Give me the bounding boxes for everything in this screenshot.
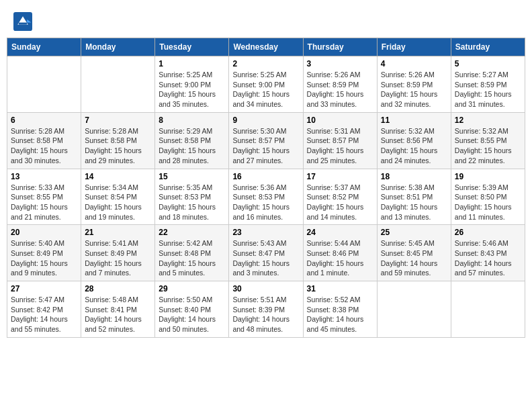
calendar-cell: 13 Sunrise: 5:33 AMSunset: 8:55 PMDaylig… bbox=[7, 169, 81, 225]
weekday-header-wednesday: Wednesday bbox=[229, 38, 303, 56]
day-info: Sunrise: 5:34 AMSunset: 8:54 PMDaylight:… bbox=[85, 183, 151, 222]
calendar-cell: 26 Sunrise: 5:46 AMSunset: 8:43 PMDaylig… bbox=[451, 225, 525, 281]
day-number: 12 bbox=[455, 116, 521, 125]
day-number: 11 bbox=[381, 116, 447, 125]
day-number: 4 bbox=[381, 59, 447, 68]
day-number: 21 bbox=[85, 228, 151, 237]
day-number: 24 bbox=[307, 228, 373, 237]
calendar-week-row: 1 Sunrise: 5:25 AMSunset: 9:00 PMDayligh… bbox=[7, 56, 525, 113]
day-number: 27 bbox=[11, 284, 77, 293]
day-info: Sunrise: 5:50 AMSunset: 8:40 PMDaylight:… bbox=[159, 295, 225, 334]
day-info: Sunrise: 5:43 AMSunset: 8:47 PMDaylight:… bbox=[232, 238, 299, 278]
day-number: 31 bbox=[307, 284, 373, 293]
page-header bbox=[7, 7, 525, 34]
calendar-cell: 19 Sunrise: 5:39 AMSunset: 8:50 PMDaylig… bbox=[451, 169, 525, 225]
svg-rect-2 bbox=[19, 23, 27, 25]
day-number: 17 bbox=[307, 172, 373, 181]
day-info: Sunrise: 5:36 AMSunset: 8:53 PMDaylight:… bbox=[232, 183, 299, 222]
calendar-cell: 20 Sunrise: 5:40 AMSunset: 8:49 PMDaylig… bbox=[7, 225, 81, 281]
weekday-header-thursday: Thursday bbox=[303, 38, 377, 56]
day-info: Sunrise: 5:25 AMSunset: 9:00 PMDaylight:… bbox=[159, 70, 225, 109]
day-number: 9 bbox=[232, 116, 299, 125]
day-number: 6 bbox=[11, 116, 77, 125]
calendar-cell: 7 Sunrise: 5:28 AMSunset: 8:58 PMDayligh… bbox=[81, 112, 155, 169]
calendar-cell: 23 Sunrise: 5:43 AMSunset: 8:47 PMDaylig… bbox=[229, 225, 303, 281]
calendar-cell: 2 Sunrise: 5:25 AMSunset: 9:00 PMDayligh… bbox=[229, 56, 303, 113]
day-number: 23 bbox=[232, 228, 299, 237]
day-info: Sunrise: 5:32 AMSunset: 8:55 PMDaylight:… bbox=[455, 126, 521, 166]
day-number: 29 bbox=[159, 284, 225, 293]
calendar-cell bbox=[7, 56, 81, 113]
day-number: 3 bbox=[307, 59, 373, 68]
day-number: 22 bbox=[159, 228, 225, 237]
day-info: Sunrise: 5:48 AMSunset: 8:41 PMDaylight:… bbox=[85, 295, 151, 334]
weekday-header-friday: Friday bbox=[377, 38, 451, 56]
calendar-cell: 28 Sunrise: 5:48 AMSunset: 8:41 PMDaylig… bbox=[81, 281, 155, 338]
calendar-cell bbox=[451, 281, 525, 338]
calendar-cell: 31 Sunrise: 5:52 AMSunset: 8:38 PMDaylig… bbox=[303, 281, 377, 338]
calendar-cell bbox=[377, 281, 451, 338]
day-number: 14 bbox=[85, 172, 151, 181]
logo-icon bbox=[13, 12, 32, 31]
weekday-header-sunday: Sunday bbox=[7, 38, 81, 56]
day-number: 5 bbox=[455, 59, 521, 68]
day-info: Sunrise: 5:26 AMSunset: 8:59 PMDaylight:… bbox=[381, 70, 447, 109]
day-number: 10 bbox=[307, 116, 373, 125]
calendar-cell: 16 Sunrise: 5:36 AMSunset: 8:53 PMDaylig… bbox=[229, 169, 303, 225]
calendar-cell: 27 Sunrise: 5:47 AMSunset: 8:42 PMDaylig… bbox=[7, 281, 81, 338]
day-number: 1 bbox=[159, 59, 225, 68]
calendar-cell: 25 Sunrise: 5:45 AMSunset: 8:45 PMDaylig… bbox=[377, 225, 451, 281]
calendar-cell: 17 Sunrise: 5:37 AMSunset: 8:52 PMDaylig… bbox=[303, 169, 377, 225]
day-info: Sunrise: 5:30 AMSunset: 8:57 PMDaylight:… bbox=[232, 126, 299, 166]
calendar-week-row: 13 Sunrise: 5:33 AMSunset: 8:55 PMDaylig… bbox=[7, 169, 525, 225]
day-info: Sunrise: 5:40 AMSunset: 8:49 PMDaylight:… bbox=[11, 238, 77, 278]
calendar-cell: 24 Sunrise: 5:44 AMSunset: 8:46 PMDaylig… bbox=[303, 225, 377, 281]
day-info: Sunrise: 5:33 AMSunset: 8:55 PMDaylight:… bbox=[11, 183, 77, 222]
calendar-cell: 8 Sunrise: 5:29 AMSunset: 8:58 PMDayligh… bbox=[155, 112, 229, 169]
day-info: Sunrise: 5:31 AMSunset: 8:57 PMDaylight:… bbox=[307, 126, 373, 166]
calendar-week-row: 27 Sunrise: 5:47 AMSunset: 8:42 PMDaylig… bbox=[7, 281, 525, 338]
calendar-cell: 22 Sunrise: 5:42 AMSunset: 8:48 PMDaylig… bbox=[155, 225, 229, 281]
calendar-week-row: 6 Sunrise: 5:28 AMSunset: 8:58 PMDayligh… bbox=[7, 112, 525, 169]
day-number: 13 bbox=[11, 172, 77, 181]
calendar-cell: 29 Sunrise: 5:50 AMSunset: 8:40 PMDaylig… bbox=[155, 281, 229, 338]
day-number: 30 bbox=[232, 284, 299, 293]
day-number: 26 bbox=[455, 228, 521, 237]
day-info: Sunrise: 5:51 AMSunset: 8:39 PMDaylight:… bbox=[232, 295, 299, 334]
weekday-header-tuesday: Tuesday bbox=[155, 38, 229, 56]
day-number: 20 bbox=[11, 228, 77, 237]
calendar-cell: 12 Sunrise: 5:32 AMSunset: 8:55 PMDaylig… bbox=[451, 112, 525, 169]
weekday-header-saturday: Saturday bbox=[451, 38, 525, 56]
day-info: Sunrise: 5:26 AMSunset: 8:59 PMDaylight:… bbox=[307, 70, 373, 109]
calendar-cell: 6 Sunrise: 5:28 AMSunset: 8:58 PMDayligh… bbox=[7, 112, 81, 169]
day-info: Sunrise: 5:47 AMSunset: 8:42 PMDaylight:… bbox=[11, 295, 77, 334]
day-number: 28 bbox=[85, 284, 151, 293]
calendar-cell: 4 Sunrise: 5:26 AMSunset: 8:59 PMDayligh… bbox=[377, 56, 451, 113]
day-number: 19 bbox=[455, 172, 521, 181]
day-number: 8 bbox=[159, 116, 225, 125]
day-info: Sunrise: 5:42 AMSunset: 8:48 PMDaylight:… bbox=[159, 238, 225, 278]
day-number: 2 bbox=[232, 59, 299, 68]
day-info: Sunrise: 5:37 AMSunset: 8:52 PMDaylight:… bbox=[307, 183, 373, 222]
calendar-cell: 18 Sunrise: 5:38 AMSunset: 8:51 PMDaylig… bbox=[377, 169, 451, 225]
day-info: Sunrise: 5:44 AMSunset: 8:46 PMDaylight:… bbox=[307, 238, 373, 278]
day-info: Sunrise: 5:38 AMSunset: 8:51 PMDaylight:… bbox=[381, 183, 447, 222]
day-info: Sunrise: 5:28 AMSunset: 8:58 PMDaylight:… bbox=[11, 126, 77, 166]
day-info: Sunrise: 5:46 AMSunset: 8:43 PMDaylight:… bbox=[455, 238, 521, 278]
calendar-cell: 3 Sunrise: 5:26 AMSunset: 8:59 PMDayligh… bbox=[303, 56, 377, 113]
calendar-cell: 1 Sunrise: 5:25 AMSunset: 9:00 PMDayligh… bbox=[155, 56, 229, 113]
calendar-header-row: SundayMondayTuesdayWednesdayThursdayFrid… bbox=[7, 38, 525, 56]
day-info: Sunrise: 5:32 AMSunset: 8:56 PMDaylight:… bbox=[381, 126, 447, 166]
calendar-table: SundayMondayTuesdayWednesdayThursdayFrid… bbox=[7, 38, 525, 338]
day-number: 16 bbox=[232, 172, 299, 181]
calendar-week-row: 20 Sunrise: 5:40 AMSunset: 8:49 PMDaylig… bbox=[7, 225, 525, 281]
day-info: Sunrise: 5:52 AMSunset: 8:38 PMDaylight:… bbox=[307, 295, 373, 334]
calendar-cell: 14 Sunrise: 5:34 AMSunset: 8:54 PMDaylig… bbox=[81, 169, 155, 225]
day-info: Sunrise: 5:28 AMSunset: 8:58 PMDaylight:… bbox=[85, 126, 151, 166]
day-info: Sunrise: 5:35 AMSunset: 8:53 PMDaylight:… bbox=[159, 183, 225, 222]
day-number: 7 bbox=[85, 116, 151, 125]
weekday-header-monday: Monday bbox=[81, 38, 155, 56]
day-info: Sunrise: 5:39 AMSunset: 8:50 PMDaylight:… bbox=[455, 183, 521, 222]
calendar-cell: 9 Sunrise: 5:30 AMSunset: 8:57 PMDayligh… bbox=[229, 112, 303, 169]
calendar-cell: 30 Sunrise: 5:51 AMSunset: 8:39 PMDaylig… bbox=[229, 281, 303, 338]
